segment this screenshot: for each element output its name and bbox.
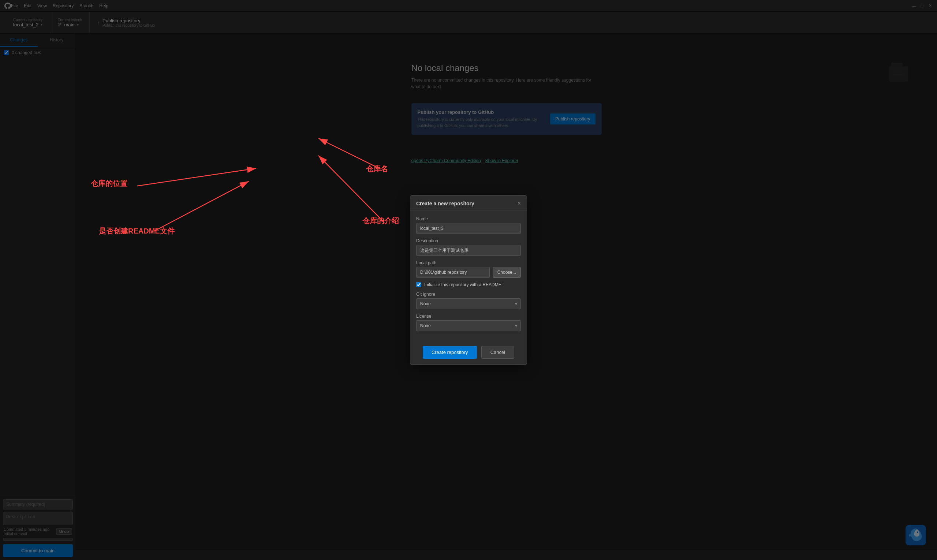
desc-field-group: Description xyxy=(416,238,521,256)
path-input[interactable] xyxy=(416,267,490,278)
license-field-group: License None xyxy=(416,314,521,331)
gitignore-field-group: Git ignore None xyxy=(416,292,521,309)
readme-checkbox-row: Initialize this repository with a README xyxy=(416,282,521,287)
name-input[interactable] xyxy=(416,223,521,234)
path-row: Choose... xyxy=(416,267,521,278)
create-repository-button[interactable]: Create repository xyxy=(423,346,477,359)
choose-button[interactable]: Choose... xyxy=(493,267,521,278)
readme-label: Initialize this repository with a README xyxy=(424,282,502,287)
license-select-wrapper: None xyxy=(416,320,521,331)
license-select[interactable]: None xyxy=(416,320,521,331)
dialog-title: Create a new repository xyxy=(416,201,474,206)
dialog-header: Create a new repository × xyxy=(410,195,527,211)
name-field-group: Name xyxy=(416,216,521,234)
dialog-body: Name Description Local path Choose... In… xyxy=(410,211,527,342)
desc-label: Description xyxy=(416,238,521,243)
path-field-group: Local path Choose... xyxy=(416,260,521,278)
readme-checkbox[interactable] xyxy=(416,282,421,287)
desc-input[interactable] xyxy=(416,245,521,256)
gitignore-label: Git ignore xyxy=(416,292,521,297)
path-label: Local path xyxy=(416,260,521,265)
cancel-button[interactable]: Cancel xyxy=(481,346,514,359)
dialog-close-button[interactable]: × xyxy=(517,201,521,206)
create-repo-dialog: Create a new repository × Name Descripti… xyxy=(410,195,527,365)
dialog-footer: Create repository Cancel xyxy=(410,342,527,365)
name-label: Name xyxy=(416,216,521,222)
modal-overlay: Create a new repository × Name Descripti… xyxy=(0,0,937,560)
license-label: License xyxy=(416,314,521,319)
gitignore-select[interactable]: None xyxy=(416,298,521,309)
gitignore-select-wrapper: None xyxy=(416,298,521,309)
